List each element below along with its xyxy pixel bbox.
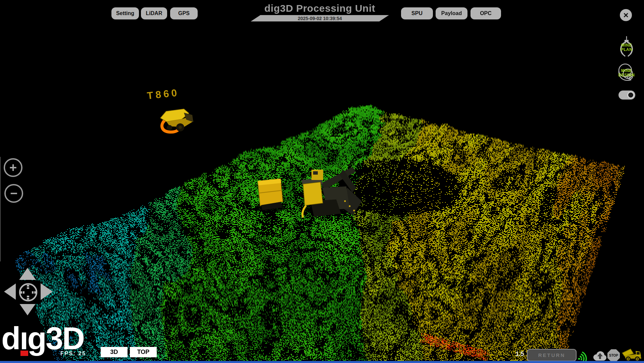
pan-center-button[interactable] bbox=[16, 281, 41, 304]
return-button[interactable]: RETURN bbox=[527, 349, 577, 361]
toggle-knob bbox=[627, 92, 634, 99]
mine-design-line2: DESIGN bbox=[618, 73, 635, 77]
spu-button[interactable]: SPU bbox=[401, 7, 433, 19]
lidar-button[interactable]: LiDAR bbox=[141, 7, 167, 19]
page-title: dig3D Processing Unit bbox=[253, 3, 387, 14]
mine-design-label: MINE DESIGN bbox=[615, 62, 638, 84]
dig3d-logo: dıg3D bbox=[1, 323, 84, 354]
view-3d-button[interactable]: 3D bbox=[101, 347, 128, 357]
gps-button[interactable]: GPS bbox=[170, 7, 198, 19]
pan-right-button[interactable] bbox=[41, 283, 53, 300]
point-cloud-canvas[interactable] bbox=[0, 0, 644, 363]
display-toggle[interactable] bbox=[618, 90, 635, 100]
bottom-status-bar bbox=[0, 361, 644, 363]
crosshair-icon bbox=[16, 281, 41, 304]
opc-button[interactable]: OPC bbox=[470, 7, 501, 19]
stop-label: STOP bbox=[609, 354, 618, 357]
mine-plan-button[interactable]: MINE PLAN bbox=[616, 36, 637, 60]
zoom-out-button[interactable]: − bbox=[4, 184, 23, 203]
timestamp-text: 2025-09-02 10:39:54 bbox=[298, 16, 342, 21]
pan-navigation-pad bbox=[2, 266, 56, 318]
mine-design-button[interactable]: MINE DESIGN bbox=[615, 62, 638, 84]
mine-plan-label: MINE PLAN bbox=[616, 36, 637, 60]
haul-truck-icon[interactable] bbox=[622, 348, 644, 362]
logo-red-dot bbox=[20, 351, 28, 356]
dig3d-viewport: T860 Setting LiDAR GPS dig3D Processing … bbox=[0, 0, 644, 363]
scale-value: 1.5 bbox=[515, 351, 524, 358]
pan-down-button[interactable] bbox=[19, 303, 36, 315]
pan-left-button[interactable] bbox=[4, 283, 16, 300]
view-top-button[interactable]: TOP bbox=[130, 347, 157, 357]
left-panel-edge bbox=[0, 157, 1, 261]
zoom-in-button[interactable]: + bbox=[4, 158, 22, 177]
cloud-upload-icon[interactable] bbox=[591, 350, 607, 361]
logo-d: d bbox=[1, 321, 19, 356]
pan-up-button[interactable] bbox=[19, 268, 36, 280]
mine-plan-line2: PLAN bbox=[621, 48, 633, 52]
timestamp-bar: 2025-09-02 10:39:54 bbox=[251, 15, 389, 21]
logo-g: g bbox=[28, 321, 46, 356]
wifi-signal-icon bbox=[576, 346, 592, 363]
stop-sign-button[interactable]: STOP bbox=[607, 349, 620, 362]
setting-button[interactable]: Setting bbox=[111, 7, 139, 19]
payload-button[interactable]: Payload bbox=[436, 7, 467, 19]
close-icon[interactable]: × bbox=[620, 9, 632, 21]
fps-counter: FPS: 25 bbox=[60, 351, 86, 357]
